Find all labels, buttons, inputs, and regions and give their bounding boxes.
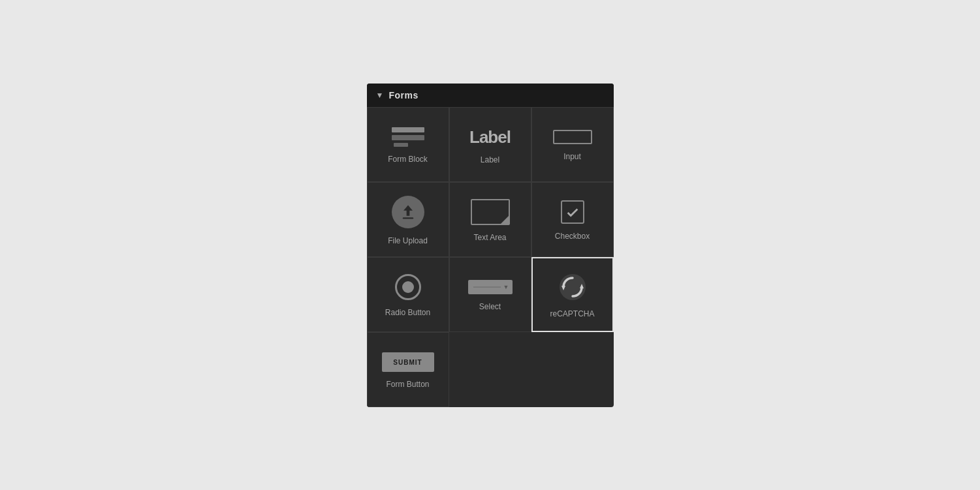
grid-item-label[interactable]: Label Label xyxy=(449,107,531,182)
label-icon: Label xyxy=(469,127,511,147)
grid-item-form-block[interactable]: Form Block xyxy=(367,107,449,182)
radio-button-label: Radio Button xyxy=(385,308,430,317)
form-button-label: Form Button xyxy=(386,380,429,389)
radio-inner xyxy=(402,281,414,293)
select-label: Select xyxy=(479,302,501,311)
panel-title: Forms xyxy=(388,90,418,100)
panel-header: ▼ Forms xyxy=(367,84,614,107)
collapse-arrow-icon[interactable]: ▼ xyxy=(376,91,384,100)
checkbox-icon xyxy=(561,200,584,224)
select-icon xyxy=(468,280,513,294)
grid-item-radio-button[interactable]: Radio Button xyxy=(367,257,449,332)
grid-item-text-area[interactable]: Text Area xyxy=(449,182,531,257)
input-icon xyxy=(553,130,592,144)
radio-button-icon xyxy=(395,274,421,300)
form-block-icon xyxy=(392,127,424,147)
grid-item-recaptcha[interactable]: reCAPTCHA xyxy=(531,257,614,332)
checkbox-label: Checkbox xyxy=(555,232,590,241)
file-upload-icon xyxy=(392,196,424,228)
form-button-icon: SUBMIT xyxy=(382,352,434,372)
svg-rect-0 xyxy=(402,217,413,219)
file-upload-label: File Upload xyxy=(388,236,428,245)
grid-item-checkbox[interactable]: Checkbox xyxy=(531,182,614,257)
form-block-label: Form Block xyxy=(388,155,428,164)
forms-panel: ▼ Forms Form Block Label Label Input xyxy=(367,84,614,407)
grid-item-file-upload[interactable]: File Upload xyxy=(367,182,449,257)
label-label: Label xyxy=(481,155,499,164)
input-label: Input xyxy=(563,152,581,161)
recaptcha-icon xyxy=(558,273,587,301)
forms-grid: Form Block Label Label Input File Upload xyxy=(367,107,614,407)
grid-item-input[interactable]: Input xyxy=(531,107,614,182)
recaptcha-label: reCAPTCHA xyxy=(550,309,594,318)
grid-item-form-button[interactable]: SUBMIT Form Button xyxy=(367,332,449,407)
text-area-icon xyxy=(471,199,510,225)
grid-item-select[interactable]: Select xyxy=(449,257,531,332)
text-area-label: Text Area xyxy=(473,233,506,242)
